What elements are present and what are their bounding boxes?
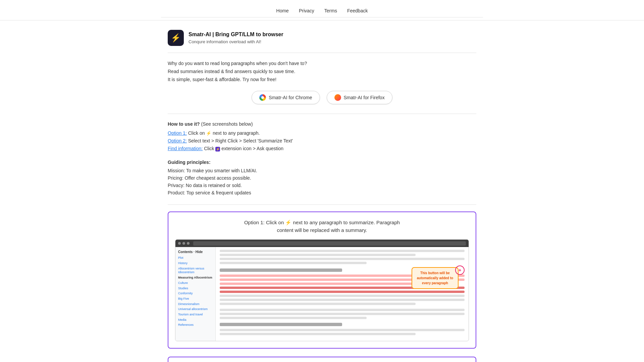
article-line-8 xyxy=(220,309,465,311)
browser-content: Contents · Hide Plot History Allocentris… xyxy=(175,247,469,341)
option-1-line: Option 1: Click on ⚡ next to any paragra… xyxy=(168,130,476,137)
sidebar-media: Media xyxy=(178,318,213,322)
browser-dot-1 xyxy=(178,242,181,245)
sidebar-history: History xyxy=(178,261,213,265)
sidebar-culture: Culture xyxy=(178,281,213,285)
sidebar-universal: Universal allocentrism xyxy=(178,307,213,311)
sidebar-refs: References xyxy=(178,323,213,327)
how-to-use-subheading: (See screenshots below) xyxy=(201,121,253,127)
sidebar-allocentrism: Allocentrism versus Idiocentrism xyxy=(178,267,213,275)
ext-icon: ⚡ xyxy=(215,147,220,152)
app-title: Smatr-AI | Bring GPT/LLM to browser xyxy=(189,31,283,39)
sidebar-conformity: Conformity xyxy=(178,292,213,296)
article-line-2 xyxy=(220,254,416,256)
tagline-3: It is simple, super-fast & affordable. T… xyxy=(168,76,476,84)
firefox-button-label: Smatr-AI for Firefox xyxy=(344,95,385,100)
sidebar-contents-header: Contents · Hide xyxy=(178,250,213,254)
tagline-block: Why do you want to read long paragraphs … xyxy=(168,60,476,83)
cta-buttons-row: Smatr-AI for Chrome Smatr-AI for Firefox xyxy=(168,91,476,104)
browser-main-content: This button will be automatically added … xyxy=(216,247,469,341)
option1-caption-part3: content will be replaced with a summary. xyxy=(277,227,367,233)
sidebar-bigfive: Big Five xyxy=(178,297,213,301)
option1-caption: Option 1: Click on ⚡ next to any paragra… xyxy=(175,219,469,234)
divider-3 xyxy=(168,204,476,205)
chrome-cta-button[interactable]: Smatr-AI for Chrome xyxy=(252,91,320,104)
how-to-use-section: How to use it? (See screenshots below) O… xyxy=(168,121,476,152)
guiding-product: Product: Top service & frequent updates xyxy=(168,189,476,196)
browser-dot-2 xyxy=(182,242,185,245)
annotation-circle: + xyxy=(455,265,465,275)
article-line-10 xyxy=(220,317,367,319)
lightning-icon-option1: ⚡ xyxy=(206,130,211,137)
option1-caption-part1: Option 1: Click on xyxy=(244,220,284,225)
chrome-button-label: Smatr-AI for Chrome xyxy=(269,95,312,100)
article-subtitle xyxy=(220,268,342,272)
option-1-link[interactable]: Option 1: xyxy=(168,130,187,136)
article-line-red-5 xyxy=(220,291,465,293)
app-logo: ⚡ xyxy=(168,30,184,46)
app-header-card: ⚡ Smatr-AI | Bring GPT/LLM to browser Co… xyxy=(168,30,476,46)
nav-feedback[interactable]: Feedback xyxy=(347,7,368,14)
article-line-7 xyxy=(220,303,416,305)
find-info-link[interactable]: Find information: xyxy=(168,146,203,151)
sidebar-dim: Dimesnionalism xyxy=(178,302,213,306)
browser-url-bar xyxy=(193,241,466,246)
article-line-red-3 xyxy=(220,283,416,285)
option-2-line: Option 2: Select text > Right Click > Se… xyxy=(168,137,476,144)
divider-1 xyxy=(168,53,476,53)
browser-bar xyxy=(175,240,469,247)
nav-bar: Home Privacy Terms Feedback xyxy=(161,3,483,17)
firefox-icon xyxy=(334,94,341,101)
annotation-bubble: This button will be automatically added … xyxy=(412,267,459,289)
tagline-1: Why do you want to read long paragraphs … xyxy=(168,60,476,68)
browser-dot-3 xyxy=(187,242,190,245)
option1-caption-part2: next to any paragraph to summarize. Para… xyxy=(293,220,400,225)
option-2-link[interactable]: Option 2: xyxy=(168,138,187,143)
article-line-12 xyxy=(220,333,416,335)
option1-screenshot-section: Option 1: Click on ⚡ next to any paragra… xyxy=(168,212,476,349)
nav-privacy[interactable]: Privacy xyxy=(299,7,314,14)
sidebar-studies: Studies xyxy=(178,287,213,291)
option2-screenshot-section: Option 2: Select text, right click and s… xyxy=(168,357,476,362)
firefox-cta-button[interactable]: Smatr-AI for Firefox xyxy=(327,91,392,104)
tagline-2: Read summaries instead & find answers qu… xyxy=(168,68,476,76)
nav-terms[interactable]: Terms xyxy=(324,7,337,14)
guiding-privacy: Privacy: No data is retained or sold. xyxy=(168,182,476,189)
find-info-text: Click ⚡ extension icon > Ask question xyxy=(204,146,283,151)
guiding-mission: Mission: To make you smarter with LLM/AI… xyxy=(168,167,476,174)
lightning-icon: ⚡ xyxy=(171,32,181,44)
fake-browser-screenshot: Contents · Hide Plot History Allocentris… xyxy=(175,239,469,341)
article-line-3 xyxy=(220,258,465,260)
nav-home[interactable]: Home xyxy=(276,7,289,14)
sidebar-plot: Plot xyxy=(178,256,213,260)
guiding-principles-section: Guiding principles: Mission: To make you… xyxy=(168,159,476,196)
article-line-9 xyxy=(220,313,465,315)
find-info-line: Find information: Click ⚡ extension icon… xyxy=(168,145,476,152)
option-1-text: Click on ⚡ next to any paragraph. xyxy=(188,130,260,136)
guiding-title: Guiding principles: xyxy=(168,159,476,166)
article-line-5 xyxy=(220,295,465,297)
browser-sidebar: Contents · Hide Plot History Allocentris… xyxy=(175,247,216,341)
article-line-11 xyxy=(220,329,465,331)
article-line-6 xyxy=(220,299,465,301)
chrome-icon xyxy=(259,94,266,101)
option1-lightning-icon: ⚡ xyxy=(285,220,293,225)
sidebar-measuring: Measuring Allocentrism xyxy=(178,276,213,280)
how-to-use-heading: How to use it? (See screenshots below) xyxy=(168,121,476,128)
guiding-pricing: Pricing: Offer cheapest access possible. xyxy=(168,175,476,182)
article-line-1 xyxy=(220,250,465,252)
article-line-4 xyxy=(220,262,367,264)
option-2-text: Select text > Right Click > Select 'Summ… xyxy=(188,138,293,143)
app-subtitle: Conqure information overload with AI! xyxy=(189,39,283,45)
divider-2 xyxy=(168,114,476,114)
article-subtitle-2 xyxy=(220,323,342,326)
sidebar-tourism: Tourism and travel xyxy=(178,313,213,317)
